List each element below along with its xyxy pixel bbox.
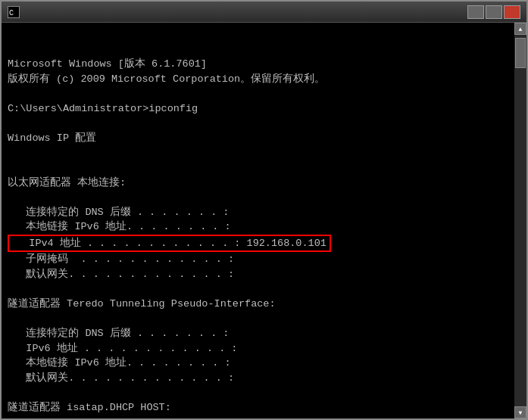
terminal-line: C:\Users\Administrator>ipconfig	[8, 101, 508, 117]
scrollbar[interactable]: ▲ ▼	[514, 23, 526, 418]
terminal-line	[8, 146, 508, 161]
terminal-line: 隧道适配器 isatap.DHCP HOST:	[8, 400, 508, 415]
terminal-line: IPv4 地址 . . . . . . . . . . . . : 192.16…	[8, 235, 508, 253]
cmd-icon: C	[8, 6, 20, 18]
terminal-line: 隧道适配器 Teredo Tunneling Pseudo-Interface:	[8, 297, 508, 312]
terminal-line	[8, 160, 508, 176]
terminal-line	[8, 386, 508, 401]
terminal-line: 本地链接 IPv6 地址. . . . . . . . :	[8, 219, 508, 235]
terminal-line: 默认网关. . . . . . . . . . . . . :	[8, 371, 508, 386]
window-controls	[467, 5, 520, 19]
svg-text:C: C	[9, 9, 14, 17]
terminal-line: Windows IP 配置	[8, 131, 508, 146]
terminal-line	[8, 86, 508, 101]
terminal-line: 连接特定的 DNS 后缀 . . . . . . . :	[8, 205, 508, 220]
terminal-output[interactable]: Microsoft Windows [版本 6.1.7601]版权所有 (c) …	[2, 23, 514, 418]
terminal-area: Microsoft Windows [版本 6.1.7601]版权所有 (c) …	[2, 23, 526, 418]
terminal-line	[8, 282, 508, 297]
scroll-up-button[interactable]: ▲	[514, 23, 526, 35]
terminal-line	[8, 312, 508, 327]
terminal-line	[8, 190, 508, 205]
terminal-line: 默认网关. . . . . . . . . . . . . :	[8, 267, 508, 282]
cmd-window: C Microsoft Windows [版本 6.1.7601]版权所有 (c…	[0, 0, 528, 420]
title-bar: C	[2, 2, 526, 23]
scroll-down-button[interactable]: ▼	[514, 406, 526, 418]
maximize-button[interactable]	[486, 5, 502, 19]
terminal-line	[8, 116, 508, 131]
terminal-line: Microsoft Windows [版本 6.1.7601]	[8, 57, 508, 72]
terminal-line	[8, 415, 508, 418]
terminal-line: 版权所有 (c) 2009 Microsoft Corporation。保留所有…	[8, 72, 508, 87]
scrollbar-thumb[interactable]	[515, 38, 526, 68]
terminal-line: 以太网适配器 本地连接:	[8, 176, 508, 191]
terminal-line: IPv6 地址 . . . . . . . . . . . . :	[8, 341, 508, 356]
close-button[interactable]	[504, 5, 520, 19]
highlighted-line: IPv4 地址 . . . . . . . . . . . . : 192.16…	[8, 235, 331, 253]
scrollbar-track	[514, 35, 526, 406]
terminal-line: 连接特定的 DNS 后缀 . . . . . . . :	[8, 326, 508, 341]
terminal-line: 本地链接 IPv6 地址. . . . . . . . :	[8, 356, 508, 371]
minimize-button[interactable]	[467, 5, 484, 19]
terminal-line: 子网掩码 . . . . . . . . . . . . :	[8, 252, 508, 267]
